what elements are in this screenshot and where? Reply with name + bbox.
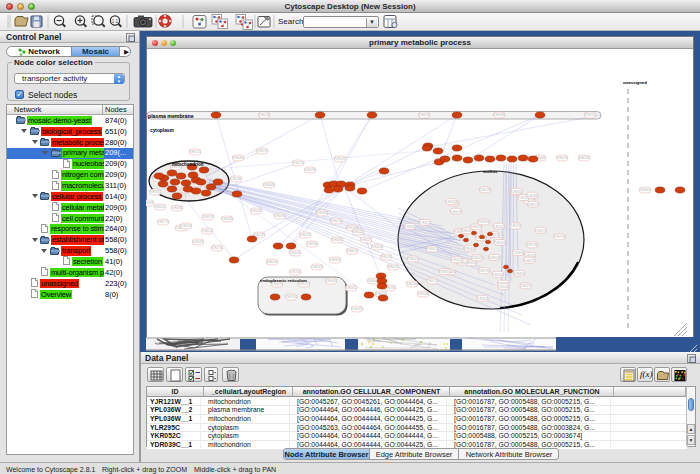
svg-text:YLR061C: YLR061C — [271, 282, 283, 286]
svg-text:YLR023C: YLR023C — [380, 255, 392, 259]
svg-text:YLR058C: YLR058C — [407, 257, 419, 261]
svg-text:YLR045C: YLR045C — [250, 209, 262, 213]
svg-text:YLR023C: YLR023C — [479, 188, 491, 192]
svg-text:YLR056C: YLR056C — [497, 285, 509, 289]
svg-text:YLR043C: YLR043C — [464, 247, 476, 251]
svg-text:YLR065C: YLR065C — [639, 188, 651, 192]
svg-text:YLR083C: YLR083C — [171, 206, 183, 210]
svg-text:YLR098C: YLR098C — [274, 214, 286, 218]
svg-text:YLR083C: YLR083C — [316, 211, 328, 215]
svg-text:plasma membrane: plasma membrane — [148, 113, 194, 119]
svg-text:YLR077C: YLR077C — [523, 259, 535, 263]
svg-text:YLR085C: YLR085C — [439, 270, 451, 274]
svg-text:cytoplasm: cytoplasm — [150, 128, 174, 133]
svg-text:YLR036C: YLR036C — [221, 217, 233, 221]
svg-text:YLR063C: YLR063C — [418, 113, 430, 117]
svg-text:YLR061C: YLR061C — [426, 247, 438, 251]
svg-text:YLR050C: YLR050C — [493, 225, 505, 229]
svg-text:YLR097C: YLR097C — [527, 203, 539, 207]
svg-text:YLR067C: YLR067C — [346, 249, 358, 253]
svg-text:YLR080C: YLR080C — [512, 251, 524, 255]
svg-text:YLR063C: YLR063C — [526, 194, 538, 198]
svg-text:YLR029C: YLR029C — [230, 177, 242, 181]
svg-text:YLR041C: YLR041C — [154, 205, 166, 209]
svg-text:YLR073C: YLR073C — [553, 235, 565, 239]
svg-text:YLR021C: YLR021C — [189, 150, 201, 154]
svg-text:YLR070C: YLR070C — [304, 168, 316, 172]
svg-text:YLR040C: YLR040C — [232, 156, 244, 160]
svg-text:YLR085C: YLR085C — [146, 201, 154, 205]
svg-text:YLR055C: YLR055C — [584, 113, 596, 117]
svg-text:unassigned: unassigned — [623, 80, 647, 85]
svg-text:YLR042C: YLR042C — [192, 240, 204, 244]
svg-text:YLR027C: YLR027C — [426, 279, 438, 283]
svg-text:endoplasmic reticulum: endoplasmic reticulum — [260, 278, 307, 283]
svg-text:YLR031C: YLR031C — [289, 270, 301, 274]
svg-text:YLR010C: YLR010C — [266, 260, 278, 264]
svg-text:YLR057C: YLR057C — [202, 215, 214, 219]
svg-text:YLR032C: YLR032C — [578, 156, 590, 160]
svg-text:YLR012C: YLR012C — [451, 258, 463, 262]
svg-text:YLR026C: YLR026C — [445, 200, 457, 204]
svg-text:YLR058C: YLR058C — [285, 295, 297, 299]
svg-text:YLR075C: YLR075C — [509, 224, 521, 228]
svg-text:YLR015C: YLR015C — [330, 219, 342, 223]
svg-text:YLR091C: YLR091C — [345, 286, 357, 290]
svg-text:YLR073C: YLR073C — [211, 246, 223, 250]
svg-text:YLR027C: YLR027C — [256, 149, 268, 153]
svg-text:YLR063C: YLR063C — [404, 225, 416, 229]
svg-text:YLR022C: YLR022C — [387, 265, 399, 269]
svg-text:nucleus: nucleus — [483, 170, 497, 174]
svg-text:YLR043C: YLR043C — [417, 292, 429, 296]
svg-text:YLR079C: YLR079C — [478, 269, 490, 273]
svg-text:YLR069C: YLR069C — [478, 220, 490, 224]
svg-text:YLR066C: YLR066C — [488, 256, 500, 260]
svg-text:YLR020C: YLR020C — [180, 224, 192, 228]
svg-text:YLR075C: YLR075C — [292, 161, 304, 165]
svg-text:YLR052C: YLR052C — [201, 229, 213, 233]
svg-text:YLR089C: YLR089C — [331, 238, 343, 242]
svg-text:YLR023C: YLR023C — [258, 113, 270, 117]
svg-text:YLR081C: YLR081C — [149, 190, 161, 194]
svg-text:YLR022C: YLR022C — [360, 238, 372, 242]
svg-text:YLR016C: YLR016C — [406, 282, 418, 286]
svg-text:YLR097C: YLR097C — [450, 210, 462, 214]
svg-text:YLR068C: YLR068C — [263, 183, 275, 187]
svg-text:YLR078C: YLR078C — [526, 243, 538, 247]
svg-text:YLR048C: YLR048C — [493, 113, 505, 117]
svg-text:YLR058C: YLR058C — [556, 156, 568, 160]
svg-text:YLR042C: YLR042C — [471, 256, 483, 260]
svg-text:YLR039C: YLR039C — [492, 273, 504, 277]
svg-text:YLR025C: YLR025C — [520, 284, 532, 288]
svg-text:YLR056C: YLR056C — [306, 242, 318, 246]
svg-text:YLR077C: YLR077C — [157, 220, 169, 224]
svg-text:YLR065C: YLR065C — [329, 258, 341, 262]
svg-text:YLR030C: YLR030C — [311, 265, 323, 269]
svg-text:YLR010C: YLR010C — [371, 245, 383, 249]
svg-text:YLR081C: YLR081C — [511, 190, 523, 194]
svg-text:YLR022C: YLR022C — [419, 221, 431, 225]
svg-text:YLR090C: YLR090C — [494, 241, 506, 245]
svg-text:YLR070C: YLR070C — [298, 282, 310, 286]
svg-text:YLR070C: YLR070C — [299, 233, 311, 237]
svg-text:YLR016C: YLR016C — [524, 254, 536, 258]
svg-text:YLR063C: YLR063C — [476, 297, 488, 301]
svg-text:1:1: 1:1 — [112, 19, 119, 24]
svg-text:YLR054C: YLR054C — [289, 251, 301, 255]
svg-text:mitochondrion: mitochondrion — [172, 162, 204, 167]
svg-text:YLR040C: YLR040C — [325, 279, 337, 283]
svg-text:YLR037C: YLR037C — [535, 229, 547, 233]
svg-text:YLR042C: YLR042C — [352, 230, 364, 234]
svg-text:YLR046C: YLR046C — [351, 307, 363, 311]
svg-text:YLR047C: YLR047C — [334, 157, 346, 161]
svg-text:YLR085C: YLR085C — [513, 272, 525, 276]
